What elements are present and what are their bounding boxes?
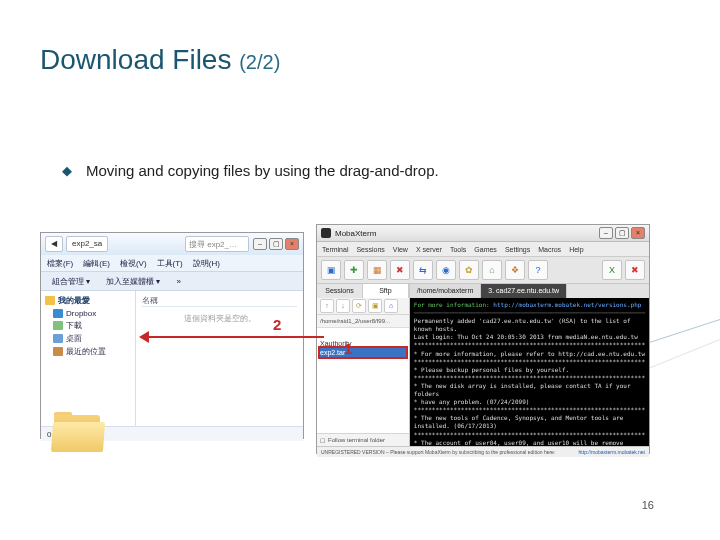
dropbox-icon <box>53 309 63 318</box>
sftp-up-dir[interactable]: .. <box>320 330 406 339</box>
maximize-button[interactable]: ▢ <box>615 227 629 239</box>
bullet-marker-icon: ◆ <box>62 163 72 178</box>
sidebar-tab-sftp[interactable]: Sftp <box>363 284 409 298</box>
menu-xserver[interactable]: X server <box>416 246 442 253</box>
tunneling-icon[interactable]: ❖ <box>505 260 525 280</box>
close-button[interactable]: × <box>285 238 299 250</box>
bullet-text: Moving and copying files by using the dr… <box>86 162 439 179</box>
tools-icon[interactable]: ▦ <box>367 260 387 280</box>
moba-statusbar: UNREGISTERED VERSION – Please support Mo… <box>317 446 649 457</box>
breadcrumb[interactable]: ◀ exp2_sa <box>45 236 185 252</box>
sftp-file-selected[interactable]: exp2.tar <box>320 348 406 357</box>
sftp-path[interactable]: /home/raid1_2/user8/f99... <box>317 315 409 328</box>
annotation-step-1: 1 <box>344 340 352 357</box>
fullscreen-icon[interactable]: ⌂ <box>482 260 502 280</box>
explorer-tree: 我的最愛 Dropbox 下載 桌面 最近的位置 <box>41 291 136 426</box>
explorer-content[interactable]: 名稱 這個資料夾是空的。 <box>136 291 303 426</box>
search-placeholder: 搜尋 exp2_… <box>189 239 237 250</box>
xserver-status-icon[interactable]: X <box>602 260 622 280</box>
settings-icon[interactable]: ✿ <box>459 260 479 280</box>
menu-sessions[interactable]: Sessions <box>356 246 384 253</box>
column-name[interactable]: 名稱 <box>142 295 297 307</box>
sftp-home-icon[interactable]: ⌂ <box>384 299 398 313</box>
sftp-refresh-icon[interactable]: ⟳ <box>352 299 366 313</box>
moba-sidebar: Sessions Sftp ↑ ↓ ⟳ ▣ ⌂ /home/raid1_2/us… <box>317 284 410 446</box>
menu-tools[interactable]: 工具(T) <box>157 258 183 269</box>
split-icon[interactable]: ⇆ <box>413 260 433 280</box>
menu-help[interactable]: 說明(H) <box>193 258 220 269</box>
tree-downloads[interactable]: 下載 <box>53 319 131 332</box>
status-link[interactable]: http://mobaxterm.mobatek.net <box>579 449 645 455</box>
page-number: 16 <box>642 499 654 511</box>
games-icon[interactable]: ✖ <box>390 260 410 280</box>
menu-macros[interactable]: Macros <box>538 246 561 253</box>
close-button[interactable]: × <box>631 227 645 239</box>
terminal-tab-ssh[interactable]: 3. cad27.ee.ntu.edu.tw <box>481 284 567 298</box>
title-main: Download Files <box>40 44 231 75</box>
tree-favorites[interactable]: 我的最愛 <box>45 295 131 306</box>
moba-titlebar[interactable]: MobaXterm – ▢ × <box>317 225 649 242</box>
drag-arrow <box>148 336 324 338</box>
slide-title: Download Files (2/2) <box>40 44 280 76</box>
session-icon[interactable]: ▣ <box>321 260 341 280</box>
minimize-button[interactable]: – <box>253 238 267 250</box>
status-left: UNREGISTERED VERSION – Please support Mo… <box>321 449 555 455</box>
checkbox-icon: ☐ <box>320 437 325 444</box>
servers-icon[interactable]: ✚ <box>344 260 364 280</box>
app-title: MobaXterm <box>335 229 376 238</box>
desktop-icon <box>53 334 63 343</box>
minimize-button[interactable]: – <box>599 227 613 239</box>
bullet-item: ◆ Moving and copying files by using the … <box>62 162 439 179</box>
nav-back-icon[interactable]: ◀ <box>45 236 63 252</box>
recent-icon <box>53 347 63 356</box>
more-button[interactable]: » <box>171 275 185 288</box>
annotation-step-2: 2 <box>273 316 281 333</box>
maximize-button[interactable]: ▢ <box>269 238 283 250</box>
include-button[interactable]: 加入至媒體櫃 ▾ <box>101 274 165 289</box>
tree-desktop[interactable]: 桌面 <box>53 332 131 345</box>
explorer-search-input[interactable]: 搜尋 exp2_… <box>185 236 249 252</box>
terminal-tabs: /home/mobaxterm 3. cad27.ee.ntu.edu.tw <box>410 284 649 298</box>
sidebar-tab-sessions[interactable]: Sessions <box>317 284 363 298</box>
follow-terminal-checkbox[interactable]: ☐Follow terminal folder <box>317 433 409 446</box>
menu-file[interactable]: 檔案(F) <box>47 258 73 269</box>
mobaxterm-window: MobaXterm – ▢ × Terminal Sessions View X… <box>316 224 650 454</box>
menu-help[interactable]: Help <box>569 246 583 253</box>
download-icon <box>53 321 63 330</box>
explorer-toolbar: 組合管理 ▾ 加入至媒體櫃 ▾ » <box>41 272 303 291</box>
breadcrumb-segment[interactable]: exp2_sa <box>66 236 108 252</box>
menu-games[interactable]: Games <box>474 246 497 253</box>
sftp-file[interactable]: Xauthority <box>320 339 406 348</box>
menu-edit[interactable]: 編輯(E) <box>83 258 110 269</box>
terminal-output[interactable]: For more information: http://mobaxterm.m… <box>410 298 649 446</box>
organize-button[interactable]: 組合管理 ▾ <box>47 274 95 289</box>
menu-view[interactable]: View <box>393 246 408 253</box>
sftp-upload-icon[interactable]: ↑ <box>320 299 334 313</box>
menu-terminal[interactable]: Terminal <box>322 246 348 253</box>
title-page-paren: (2/2) <box>239 51 280 73</box>
view-icon[interactable]: ◉ <box>436 260 456 280</box>
explorer-titlebar[interactable]: ◀ exp2_sa 搜尋 exp2_… – ▢ × <box>41 233 303 255</box>
menu-view[interactable]: 檢視(V) <box>120 258 147 269</box>
folder-icon <box>52 412 108 454</box>
explorer-menubar: 檔案(F) 編輯(E) 檢視(V) 工具(T) 說明(H) <box>41 255 303 272</box>
exit-icon[interactable]: ✖ <box>625 260 645 280</box>
window-controls: – ▢ × <box>253 238 299 250</box>
menu-tools[interactable]: Tools <box>450 246 466 253</box>
sftp-newfolder-icon[interactable]: ▣ <box>368 299 382 313</box>
sftp-file-list[interactable]: .. Xauthority exp2.tar <box>317 328 409 433</box>
help-icon[interactable]: ? <box>528 260 548 280</box>
terminal-tab-home[interactable]: /home/mobaxterm <box>410 284 481 298</box>
app-icon <box>321 228 331 238</box>
tree-recent[interactable]: 最近的位置 <box>53 345 131 358</box>
menu-settings[interactable]: Settings <box>505 246 530 253</box>
sftp-toolbar: ↑ ↓ ⟳ ▣ ⌂ <box>317 298 409 315</box>
moba-iconbar: ▣ ✚ ▦ ✖ ⇆ ◉ ✿ ⌂ ❖ ? X ✖ <box>317 257 649 284</box>
star-icon <box>45 296 55 305</box>
moba-menubar: Terminal Sessions View X server Tools Ga… <box>317 242 649 257</box>
sftp-download-icon[interactable]: ↓ <box>336 299 350 313</box>
tree-dropbox[interactable]: Dropbox <box>53 308 131 319</box>
